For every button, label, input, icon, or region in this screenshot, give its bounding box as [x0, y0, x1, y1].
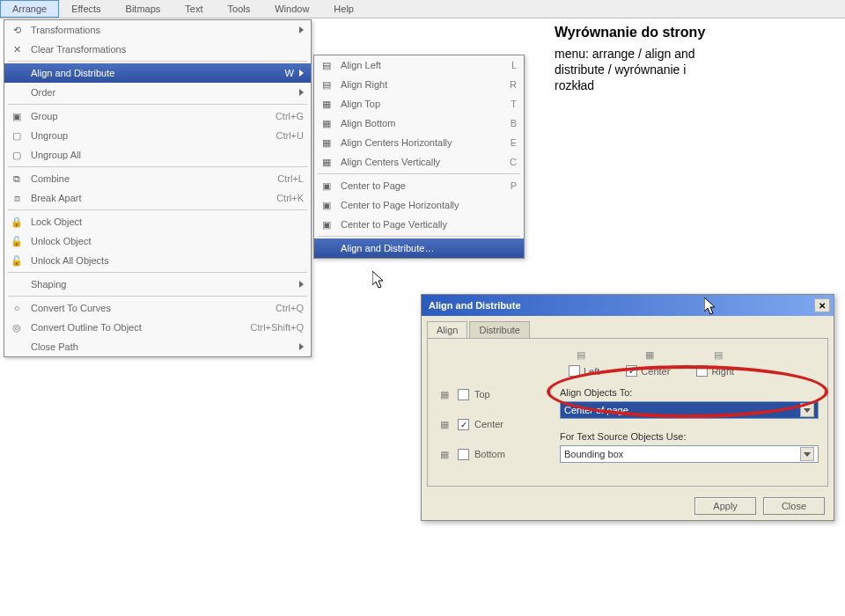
cursor-icon	[372, 271, 386, 290]
top-checkbox-row[interactable]: ▦ Top	[437, 387, 560, 401]
submenu-align-bottom[interactable]: ▦ Align Bottom B	[314, 114, 524, 133]
left-checkbox-row[interactable]: Left	[569, 365, 599, 377]
submenu-align-top[interactable]: ▦ Align Top T	[314, 94, 524, 114]
bottom-checkbox-row[interactable]: ▦ Bottom	[437, 447, 560, 461]
shaping-icon	[8, 277, 26, 291]
submenu-arrow-icon	[299, 343, 304, 350]
submenu-centers-v[interactable]: ▦ Align Centers Vertically C	[314, 152, 524, 172]
separator	[8, 272, 307, 273]
submenu-arrow-icon	[299, 281, 304, 288]
center-h-checkbox-row[interactable]: ✓Center	[626, 365, 670, 377]
align-icon	[8, 66, 26, 80]
ungroup-all-icon: ▢	[8, 148, 26, 162]
annotation-line: distribute / wyrównanie i	[555, 62, 819, 77]
submenu-align-left[interactable]: ▤ Align Left L	[314, 55, 524, 75]
submenu-center-page-h[interactable]: ▣ Center to Page Horizontally	[314, 195, 524, 215]
submenu-align-and-distribute[interactable]: Align and Distribute…	[314, 238, 524, 258]
annotation-text: Wyrównanie do strony menu: arrange / ali…	[555, 25, 819, 94]
menu-transformations[interactable]: ⟲ Transformations	[4, 20, 311, 40]
menu-text[interactable]: Text	[173, 0, 215, 18]
chevron-down-icon	[800, 403, 814, 417]
checkbox-checked[interactable]: ✓	[626, 365, 637, 377]
center-page-v-icon: ▣	[318, 217, 335, 231]
centers-h-icon: ▦	[318, 136, 335, 150]
menu-arrange[interactable]: Arrange	[0, 0, 59, 18]
submenu-center-page-v[interactable]: ▣ Center to Page Vertically	[314, 215, 524, 234]
align-to-label: Align Objects To:	[560, 387, 819, 398]
group-icon: ▣	[8, 109, 26, 123]
menu-group[interactable]: ▣ Group Ctrl+G	[4, 106, 311, 126]
text-src-label: For Text Source Objects Use:	[560, 431, 819, 442]
right-checkbox-row[interactable]: Right	[696, 365, 734, 377]
menu-convert-outline[interactable]: ◎ Convert Outline To Object Ctrl+Shift+Q	[4, 318, 311, 337]
align-bottom-icon: ▦	[437, 447, 452, 461]
separator	[8, 296, 307, 297]
align-submenu: ▤ Align Left L ▤ Align Right R ▦ Align T…	[313, 55, 525, 259]
order-icon	[8, 85, 26, 99]
curves-icon: ○	[8, 301, 26, 315]
menu-help[interactable]: Help	[321, 0, 366, 18]
menu-combine[interactable]: ⧉ Combine Ctrl+L	[4, 169, 311, 188]
arrange-dropdown: ⟲ Transformations ✕ Clear Transformation…	[4, 19, 312, 357]
checkbox-checked[interactable]: ✓	[458, 419, 469, 430]
align-left-icon: ▤	[318, 58, 335, 72]
menu-close-path[interactable]: Close Path	[4, 337, 311, 356]
separator	[318, 173, 520, 174]
menu-shaping[interactable]: Shaping	[4, 275, 311, 294]
checkbox[interactable]	[458, 389, 469, 400]
menu-window[interactable]: Window	[262, 0, 321, 18]
align-center-v-icon: ▦	[437, 417, 452, 431]
submenu-centers-h[interactable]: ▦ Align Centers Horizontally E	[314, 133, 524, 152]
align-panel: ▤ ▦ ▤ Left ✓Center Right ▦ Top ▦ ✓ Cente…	[427, 338, 828, 487]
annotation-line: rozkład	[555, 77, 819, 93]
text-src-dropdown[interactable]: Bounding box	[560, 445, 819, 463]
align-right-icon: ▤	[318, 77, 335, 92]
checkbox[interactable]	[696, 365, 708, 377]
menu-tools[interactable]: Tools	[216, 0, 263, 18]
center-v-checkbox-row[interactable]: ▦ ✓ Center	[437, 417, 560, 431]
align-left-icon: ▤	[573, 348, 589, 362]
horizontal-icons: ▤ ▦ ▤	[437, 348, 819, 362]
menu-break-apart[interactable]: ⧈ Break Apart Ctrl+K	[4, 188, 311, 208]
align-top-icon: ▦	[437, 387, 452, 401]
separator	[8, 61, 307, 62]
menu-bitmaps[interactable]: Bitmaps	[114, 0, 173, 18]
menu-lock[interactable]: 🔒 Lock Object	[4, 212, 311, 231]
combine-icon: ⧉	[8, 172, 26, 186]
menu-unlock[interactable]: 🔓 Unlock Object	[4, 231, 311, 251]
clear-transform-icon: ✕	[8, 42, 26, 56]
menu-order[interactable]: Order	[4, 83, 311, 102]
menu-ungroup[interactable]: ▢ Ungroup Ctrl+U	[4, 126, 311, 145]
submenu-arrow-icon	[299, 26, 304, 33]
align-to-dropdown[interactable]: Center of page	[560, 401, 819, 419]
ungroup-icon: ▢	[8, 128, 26, 143]
checkbox[interactable]	[569, 365, 580, 377]
centers-v-icon: ▦	[318, 155, 335, 169]
menubar: Arrange Effects Bitmaps Text Tools Windo…	[0, 0, 845, 18]
close-icon[interactable]: ✕	[814, 298, 830, 312]
annotation-title: Wyrównanie do strony	[555, 25, 819, 40]
close-path-icon	[8, 340, 26, 354]
annotation-line: menu: arrange / align and	[555, 46, 819, 62]
separator	[8, 166, 307, 167]
tab-align[interactable]: Align	[427, 321, 467, 338]
submenu-align-right[interactable]: ▤ Align Right R	[314, 75, 524, 94]
menu-convert-curves[interactable]: ○ Convert To Curves Ctrl+Q	[4, 298, 311, 318]
menu-unlock-all[interactable]: 🔓 Unlock All Objects	[4, 251, 311, 270]
tab-distribute[interactable]: Distribute	[469, 321, 529, 338]
dialog-buttons: Apply Close	[422, 492, 834, 520]
outline-icon: ◎	[8, 320, 26, 334]
close-button[interactable]: Close	[763, 497, 825, 515]
center-page-h-icon: ▣	[318, 198, 335, 212]
menu-ungroup-all[interactable]: ▢ Ungroup All	[4, 145, 311, 165]
submenu-center-page[interactable]: ▣ Center to Page P	[314, 176, 524, 195]
dialog-titlebar[interactable]: Align and Distribute ✕	[422, 295, 834, 316]
dialog-title: Align and Distribute	[429, 300, 521, 311]
menu-effects[interactable]: Effects	[59, 0, 113, 18]
apply-button[interactable]: Apply	[694, 497, 756, 515]
checkbox[interactable]	[458, 449, 469, 460]
menu-align-distribute[interactable]: Align and Distribute W	[4, 63, 311, 83]
break-icon: ⧈	[8, 191, 26, 205]
submenu-arrow-icon	[299, 89, 304, 96]
menu-clear-transformations[interactable]: ✕ Clear Transformations	[4, 40, 311, 59]
